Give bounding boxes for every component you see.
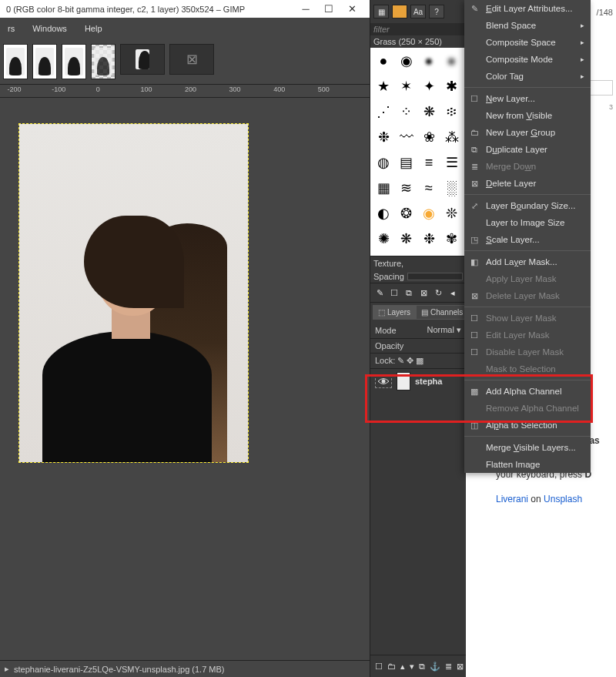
spacing-slider[interactable] (407, 273, 463, 280)
texture-label: Texture, (370, 256, 466, 270)
checkbox-icon: ☐ (469, 313, 480, 323)
cm-delete-layer-mask: ⊠Delete Layer Mask (464, 287, 591, 304)
merge-icon[interactable]: ≣ (445, 660, 452, 672)
layer-name[interactable]: stepha (415, 377, 442, 386)
duplicate-layer-icon[interactable]: ⧉ (419, 660, 425, 672)
cm-new-layer[interactable]: ☐New Layer... (464, 90, 591, 107)
brush-grid[interactable]: ●◉●● ★✶✦✱ ⋰⁘❋፨ ❉〰❀⁂ ◍▤≡☰ ▦≋≈░ ◐❂◉❊ ✺❋❉✾ (370, 48, 466, 256)
cm-layer-to-image[interactable]: Layer to Image Size (464, 214, 591, 231)
cm-composite-mode[interactable]: Composite Mode (464, 51, 591, 68)
anchor-icon[interactable]: ⚓ (430, 660, 440, 672)
tab-channels[interactable]: ▤ Channels (416, 305, 468, 320)
canvas[interactable] (0, 98, 370, 660)
cm-blend-space[interactable]: Blend Space (464, 17, 591, 34)
edit-icon[interactable]: ✎ (373, 287, 386, 299)
delete-layer-icon[interactable]: ⊠ (457, 660, 464, 672)
delete-icon[interactable]: ⊠ (417, 287, 430, 299)
link-unsplash[interactable]: Unsplash (544, 494, 582, 504)
cm-show-layer-mask: ☐Show Layer Mask (464, 310, 591, 327)
edit-icon: ✎ (469, 3, 480, 14)
status-filename: stephanie-liverani-Zz5LQe-VSMY-unsplash.… (14, 665, 225, 674)
thumb-close[interactable]: ⊠ (169, 44, 214, 75)
brush-actions: ✎ ☐ ⧉ ⊠ ↻ ◂ (370, 283, 466, 303)
lock-pixels-icon[interactable]: ✎ (397, 356, 404, 365)
menu-help[interactable]: Help (77, 21, 110, 36)
lock-row: Lock: ✎ ✥ ▩ (370, 354, 466, 369)
layer-context-menu: ✎Edit Layer Attributes... Blend Space Co… (464, 0, 591, 473)
new-icon: ☐ (469, 93, 480, 104)
new-layer-icon[interactable]: ☐ (375, 660, 383, 672)
maximize-button[interactable]: ☐ (317, 3, 340, 15)
cm-scale-layer[interactable]: ◳Scale Layer... (464, 231, 591, 248)
cm-disable-layer-mask: ☐Disable Layer Mask (464, 344, 591, 360)
cm-mask-to-selection: Mask to Selection (464, 360, 591, 377)
menu-icon[interactable]: ◂ (447, 287, 459, 299)
opacity-label[interactable]: Opacity (370, 339, 466, 354)
cm-flatten-image[interactable]: Flatten Image (464, 456, 591, 473)
text-tab-icon[interactable]: Aa (410, 5, 426, 18)
new-group-icon[interactable]: 🗀 (387, 660, 396, 672)
thumb[interactable] (120, 44, 165, 75)
cm-apply-layer-mask: Apply Layer Mask (464, 270, 591, 287)
minimize-button[interactable]: ─ (294, 3, 317, 15)
pattern-tab-icon[interactable] (392, 5, 407, 18)
refresh-icon[interactable]: ↻ (432, 287, 444, 299)
layer-thumbnail[interactable] (397, 372, 410, 390)
cm-new-layer-group[interactable]: 🗀New Layer Group (464, 124, 591, 141)
brush-name: Grass (250 × 250) (370, 35, 466, 48)
cm-duplicate-layer[interactable]: ⧉Duplicate Layer (464, 141, 591, 158)
layer-row[interactable]: stepha (370, 369, 466, 394)
thumb[interactable] (62, 44, 86, 79)
link-liverani[interactable]: Liverani (496, 494, 528, 504)
thumb[interactable] (3, 44, 28, 79)
mode-label: Mode (375, 326, 397, 335)
delete-icon: ⊠ (469, 290, 480, 301)
image[interactable] (19, 124, 248, 462)
spacing-row: Spacing (370, 270, 466, 283)
image-thumbnails: ⊠ (0, 39, 370, 84)
lock-alpha-icon[interactable]: ▩ (416, 356, 424, 365)
scale-icon: ◳ (469, 234, 480, 245)
up-icon[interactable]: ▴ (400, 660, 405, 672)
cm-delete-layer[interactable]: ⊠Delete Layer (464, 175, 591, 192)
cm-add-layer-mask[interactable]: ◧Add Layer Mask... (464, 253, 591, 270)
brush-tab-icon[interactable]: ▦ (373, 5, 389, 18)
thumb[interactable] (32, 44, 57, 79)
svg-point-0 (382, 380, 386, 384)
menu-item[interactable]: rs (0, 21, 22, 36)
brush-filter[interactable]: filter (370, 23, 466, 35)
lock-position-icon[interactable]: ✥ (407, 356, 413, 365)
dock-tabs: ▦ Aa ? (370, 0, 466, 23)
resize-icon: ⤢ (469, 200, 480, 211)
cm-add-alpha-channel[interactable]: ▩Add Alpha Channel (464, 383, 591, 400)
tab-layers[interactable]: ⬚ Layers (373, 305, 416, 320)
help-tab-icon[interactable]: ? (429, 5, 444, 18)
cm-edit-layer-attributes[interactable]: ✎Edit Layer Attributes... (464, 0, 591, 17)
checkbox-icon: ☐ (469, 347, 480, 357)
mode-value[interactable]: Normal ▾ (427, 325, 461, 335)
chevron-right-icon[interactable]: ▸ (5, 664, 9, 674)
down-icon[interactable]: ▾ (410, 660, 414, 672)
layer-actions: ☐ 🗀 ▴ ▾ ⧉ ⚓ ≣ ⊠ (370, 655, 466, 677)
merge-icon: ≣ (469, 161, 480, 172)
menu-windows[interactable]: Windows (25, 21, 75, 36)
cm-color-tag[interactable]: Color Tag (464, 68, 591, 85)
spacing-label: Spacing (373, 272, 404, 281)
new-icon[interactable]: ☐ (388, 287, 400, 299)
cm-alpha-to-selection[interactable]: ◫Alpha to Selection (464, 417, 591, 434)
cm-merge-visible[interactable]: Merge Visible Layers... (464, 439, 591, 456)
status-bar: ▸ stephanie-liverani-Zz5LQe-VSMY-unsplas… (0, 660, 370, 677)
cm-new-from-visible[interactable]: New from Visible (464, 107, 591, 124)
alpha-icon: ▩ (469, 386, 480, 397)
thumb[interactable] (91, 44, 116, 79)
checkbox-icon: ☐ (469, 330, 480, 340)
visibility-eye-icon[interactable] (375, 374, 392, 388)
cm-layer-boundary[interactable]: ⤢Layer Boundary Size... (464, 197, 591, 214)
close-button[interactable]: ✕ (340, 3, 363, 15)
horizontal-ruler: -200 -100 0 100 200 300 400 500 (0, 84, 370, 98)
folder-icon: 🗀 (469, 127, 480, 138)
cm-merge-down: ≣Merge Down (464, 158, 591, 175)
duplicate-icon[interactable]: ⧉ (403, 287, 415, 299)
cm-composite-space[interactable]: Composite Space (464, 34, 591, 51)
title-bar: 0 (RGB color 8-bit gamma integer, c2, 1 … (0, 0, 370, 18)
